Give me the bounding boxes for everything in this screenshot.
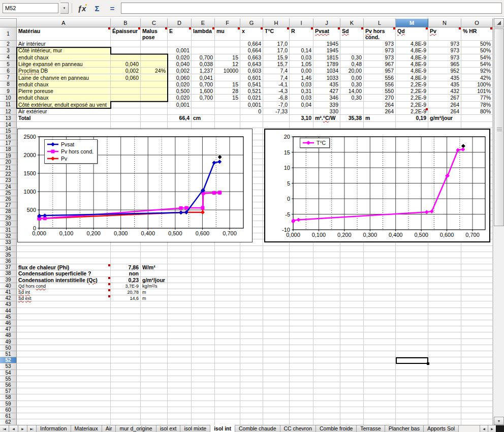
cell-L8[interactable]: 556 — [364, 81, 396, 88]
cell-M36[interactable] — [396, 258, 428, 264]
cell-A1[interactable]: Matériau — [17, 27, 111, 41]
cell-M1[interactable]: Qd — [396, 27, 428, 41]
cell-M51[interactable] — [396, 351, 428, 357]
cell-M3[interactable]: 4,8E-9 — [396, 47, 428, 54]
cell-H51[interactable] — [263, 351, 290, 357]
cell-E8[interactable]: 0,700 — [192, 81, 215, 88]
col-header-I[interactable]: I — [290, 18, 313, 27]
cell-O39[interactable] — [461, 277, 493, 283]
cell-A44[interactable] — [17, 308, 111, 314]
cell-I54[interactable] — [290, 370, 313, 376]
cell-I57[interactable] — [290, 388, 313, 394]
cell-I2[interactable] — [290, 41, 313, 47]
cell-J40[interactable] — [313, 283, 340, 289]
cell-G55[interactable] — [240, 376, 263, 382]
cell-E45[interactable] — [192, 314, 215, 320]
cell-J49[interactable] — [313, 339, 340, 345]
cell-C56[interactable] — [141, 382, 168, 388]
cell-M11[interactable]: 2,2E-9 — [396, 102, 428, 108]
cell-O10[interactable]: 77% — [461, 95, 493, 101]
cell-B9[interactable] — [111, 88, 141, 95]
cell-D46[interactable] — [168, 320, 192, 326]
cell-F7[interactable] — [215, 75, 240, 81]
cell-B57[interactable] — [111, 388, 141, 394]
cell-E9[interactable]: 1,600 — [192, 88, 215, 95]
cell-J2[interactable]: 1945 — [313, 41, 340, 47]
cell-A2[interactable]: Air intérieur — [17, 41, 111, 47]
cell-K13[interactable]: 35,38 — [340, 115, 364, 121]
cell-F47[interactable] — [215, 326, 240, 332]
cell-B34[interactable] — [111, 246, 141, 252]
cell-M5[interactable]: 4,8E-9 — [396, 61, 428, 68]
row-header-35[interactable]: 35 — [0, 252, 17, 258]
tab-scroll-right-icon[interactable]: ▶ — [488, 425, 496, 432]
cell-K54[interactable] — [340, 370, 364, 376]
row-header-36[interactable]: 36 — [0, 258, 17, 264]
cell-F53[interactable] — [215, 363, 240, 369]
cell-H13[interactable] — [263, 115, 290, 121]
cell-E36[interactable] — [192, 258, 215, 264]
cell-O7[interactable]: 42% — [461, 75, 493, 81]
cell-B51[interactable] — [111, 351, 141, 357]
cell-L40[interactable] — [364, 283, 396, 289]
col-header-N[interactable]: N — [428, 18, 461, 27]
cell-L42[interactable] — [364, 295, 396, 301]
cell-G3[interactable]: 0,664 — [240, 47, 263, 54]
cell-E39[interactable] — [192, 277, 215, 283]
cell-O44[interactable] — [461, 308, 493, 314]
cell-E14[interactable] — [192, 122, 215, 128]
cell-F5[interactable]: 12 — [215, 61, 240, 68]
cell-M14[interactable] — [396, 122, 428, 128]
cell-E3[interactable] — [192, 47, 215, 54]
cell-A13[interactable]: Total — [17, 115, 111, 121]
cell-B60[interactable] — [111, 407, 141, 413]
cell-E10[interactable]: 0,700 — [192, 95, 215, 101]
cell-O48[interactable] — [461, 332, 493, 338]
cell-K34[interactable] — [340, 246, 364, 252]
row-header-55[interactable]: 55 — [0, 376, 17, 382]
cell-G5[interactable]: 0,643 — [240, 61, 263, 68]
cell-C61[interactable] — [141, 413, 168, 419]
cell-B14[interactable] — [111, 122, 141, 128]
cell-L60[interactable] — [364, 407, 396, 413]
row-header-9[interactable]: 9 — [0, 88, 17, 95]
cell-A47[interactable] — [17, 326, 111, 332]
cell-C46[interactable] — [141, 320, 168, 326]
sheet-tab-isol-mixte[interactable]: isol mixte — [180, 425, 210, 432]
cell-N34[interactable] — [428, 246, 461, 252]
cell-I59[interactable] — [290, 401, 313, 407]
cell-N9[interactable]: 432 — [428, 88, 461, 95]
cell-M8[interactable]: 2,2E-9 — [396, 81, 428, 88]
cell-F51[interactable] — [215, 351, 240, 357]
cell-B49[interactable] — [111, 339, 141, 345]
cell-D3[interactable]: 0,001 — [168, 47, 192, 54]
cell-K60[interactable] — [340, 407, 364, 413]
col-header-O[interactable]: O — [461, 18, 493, 27]
cell-B5[interactable]: 0,040 — [111, 61, 141, 68]
cell-C4[interactable] — [141, 54, 168, 61]
cell-B39[interactable]: 0,23 — [111, 277, 141, 283]
cell-I9[interactable]: 0,31 — [290, 88, 313, 95]
cell-D40[interactable] — [168, 283, 192, 289]
cell-C12[interactable] — [141, 108, 168, 115]
cell-D54[interactable] — [168, 370, 192, 376]
cell-N52[interactable] — [428, 357, 461, 363]
cell-K43[interactable] — [340, 301, 364, 307]
cell-B37[interactable]: 7,86 — [111, 264, 141, 270]
row-header-4[interactable]: 4 — [0, 54, 17, 61]
row-header-33[interactable]: 33 — [0, 239, 17, 245]
cell-K46[interactable] — [340, 320, 364, 326]
fill-handle[interactable] — [427, 362, 429, 365]
cell-J62[interactable] — [313, 419, 340, 425]
cell-A45[interactable] — [17, 314, 111, 320]
cell-M62[interactable] — [396, 419, 428, 425]
row-header-18[interactable]: 18 — [0, 146, 17, 152]
cell-A61[interactable] — [17, 413, 111, 419]
cell-M38[interactable] — [396, 270, 428, 276]
cell-B62[interactable] — [111, 419, 141, 425]
cell-M44[interactable] — [396, 308, 428, 314]
cell-F56[interactable] — [215, 382, 240, 388]
cell-E60[interactable] — [192, 407, 215, 413]
cell-N6[interactable]: 952 — [428, 68, 461, 74]
cell-B43[interactable] — [111, 301, 141, 307]
